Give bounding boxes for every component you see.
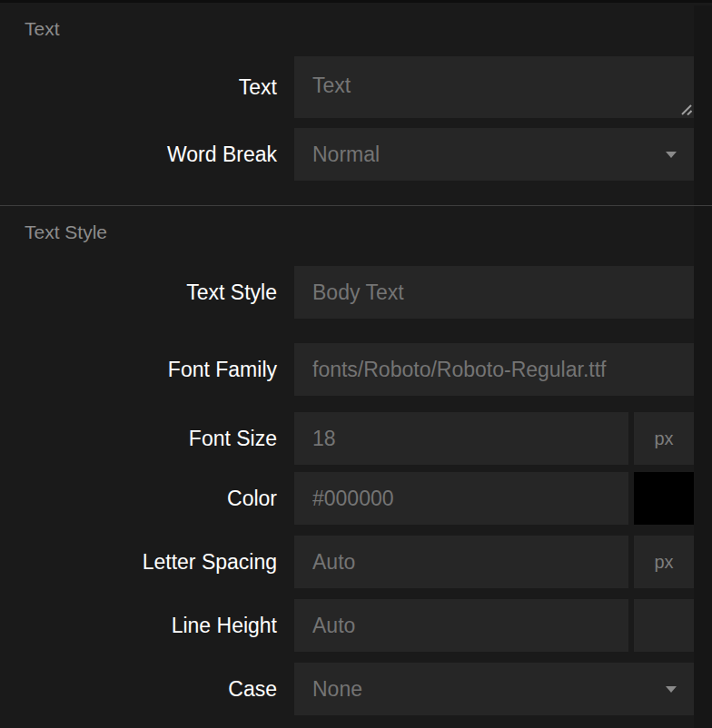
word-break-row: Word Break Normal [0, 128, 712, 181]
color-input[interactable] [294, 472, 628, 525]
color-row: Color [0, 472, 712, 525]
text-input-wrap [294, 56, 694, 118]
case-row: Case None [0, 663, 712, 715]
section-title-text-style: Text Style [25, 221, 712, 243]
text-style-row: Text Style [0, 266, 712, 319]
letter-spacing-row: Letter Spacing px [0, 536, 712, 588]
font-size-label: Font Size [0, 426, 277, 451]
font-family-row: Font Family [0, 343, 712, 396]
chevron-down-icon [666, 152, 677, 158]
word-break-label: Word Break [0, 142, 277, 167]
word-break-value: Normal [312, 143, 380, 167]
text-label: Text [0, 74, 277, 100]
resize-handle-icon[interactable] [680, 103, 692, 115]
font-family-label: Font Family [0, 357, 277, 382]
word-break-select[interactable]: Normal [294, 128, 694, 181]
text-style-input[interactable] [294, 266, 694, 319]
section-title-text: Text [25, 18, 712, 40]
font-size-input[interactable] [294, 412, 628, 465]
font-size-unit: px [634, 412, 694, 465]
line-height-label: Line Height [0, 613, 277, 638]
text-properties-panel: { "colors": { "background": "#1a1a1a", "… [0, 0, 712, 728]
section-divider [0, 205, 712, 206]
case-select[interactable]: None [294, 663, 694, 715]
letter-spacing-input[interactable] [294, 536, 628, 588]
line-height-input[interactable] [294, 599, 628, 652]
font-size-row: Font Size px [0, 412, 712, 465]
line-height-row: Line Height [0, 599, 712, 652]
font-family-input[interactable] [294, 343, 694, 396]
letter-spacing-unit: px [634, 536, 694, 588]
text-input[interactable] [294, 56, 694, 118]
case-value: None [312, 677, 362, 702]
case-label: Case [0, 676, 277, 702]
chevron-down-icon [666, 686, 677, 693]
letter-spacing-label: Letter Spacing [0, 549, 277, 575]
color-swatch[interactable] [634, 472, 694, 525]
line-height-unit [634, 599, 694, 652]
text-style-label: Text Style [0, 280, 277, 305]
color-label: Color [0, 486, 277, 511]
text-row: Text [0, 56, 712, 118]
